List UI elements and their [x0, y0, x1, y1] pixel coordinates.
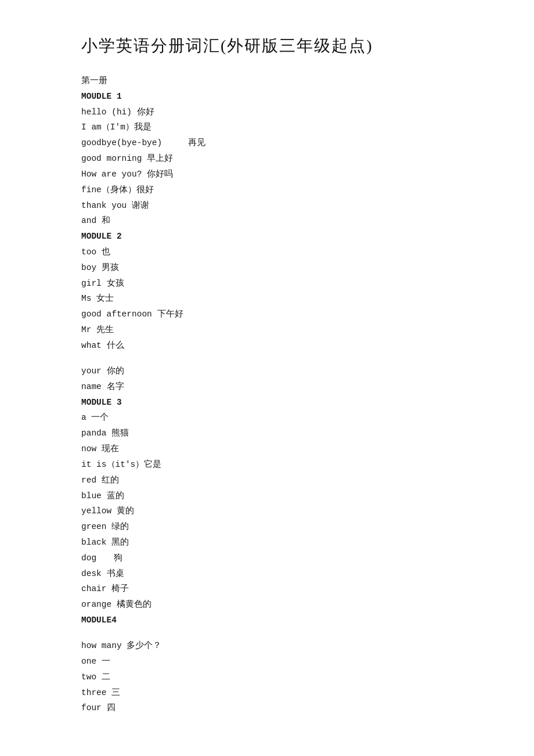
vocab-entry: it is（it's）它是: [81, 457, 488, 473]
vocab-entry: how many 多少个？: [81, 638, 488, 654]
vocab-entry: your 你的: [81, 363, 488, 379]
vocab-entry: Ms 女士: [81, 291, 488, 307]
vocab-entry: blue 蓝的: [81, 488, 488, 504]
vocab-entry: girl 女孩: [81, 276, 488, 291]
vocabulary-content: 第一册MOUDLE 1hello (hi) 你好I am（I'm）我是goodb…: [81, 73, 488, 716]
vocab-entry: desk 书桌: [81, 566, 488, 582]
vocab-entry: thank you 谢谢: [81, 198, 488, 214]
vocab-entry: two 二: [81, 669, 488, 685]
vocab-entry: four 四: [81, 700, 488, 716]
blank-line: [81, 628, 488, 638]
vocab-entry: How are you? 你好吗: [81, 167, 488, 182]
vocab-entry: name 名字: [81, 379, 488, 395]
vocab-entry: good afternoon 下午好: [81, 307, 488, 322]
vocab-entry: chair 椅子: [81, 581, 488, 597]
vocab-entry: goodbye(bye-bye) 再见: [81, 135, 488, 151]
vocab-entry: good morning 早上好: [81, 151, 488, 167]
module-header: MODULE4: [81, 613, 488, 628]
vocab-entry: and 和: [81, 213, 488, 229]
vocab-entry: black 黑的: [81, 535, 488, 550]
vocab-entry: boy 男孩: [81, 260, 488, 276]
vocab-entry: what 什么: [81, 338, 488, 354]
vocab-entry: I am（I'm）我是: [81, 120, 488, 135]
vocab-entry: fine（身体）很好: [81, 182, 488, 198]
module-header: MOUDLE 1: [81, 89, 488, 105]
vocab-entry: Mr 先生: [81, 322, 488, 338]
vocab-entry: a 一个: [81, 410, 488, 426]
blank-line: [81, 354, 488, 363]
vocab-entry: hello (hi) 你好: [81, 105, 488, 120]
vocab-entry: yellow 黄的: [81, 503, 488, 519]
vocab-entry: orange 橘黄色的: [81, 597, 488, 613]
vocab-entry: panda 熊猫: [81, 426, 488, 441]
module-header: MODULE 3: [81, 395, 488, 411]
vocab-entry: green 绿的: [81, 519, 488, 535]
vocab-entry: dog 狗: [81, 550, 488, 566]
vocab-entry: too 也: [81, 244, 488, 260]
module-header: MODULE 2: [81, 229, 488, 244]
vocab-entry: now 现在: [81, 441, 488, 457]
vocab-entry: red 红的: [81, 473, 488, 488]
vocab-entry: three 三: [81, 685, 488, 701]
section-label: 第一册: [81, 73, 488, 89]
page-title: 小学英语分册词汇(外研版三年级起点): [81, 35, 488, 57]
vocab-entry: one 一: [81, 654, 488, 669]
